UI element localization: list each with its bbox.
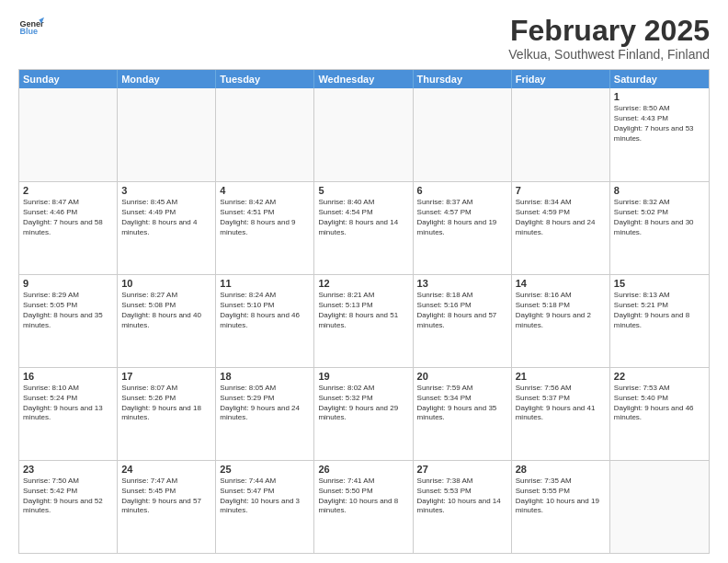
day-info: Sunrise: 8:42 AM Sunset: 4:51 PM Dayligh…: [220, 198, 310, 237]
calendar-cell: 23Sunrise: 7:50 AM Sunset: 5:42 PM Dayli…: [19, 461, 118, 553]
day-info: Sunrise: 7:59 AM Sunset: 5:34 PM Dayligh…: [417, 384, 507, 423]
day-number: 24: [121, 464, 211, 475]
calendar-cell: 18Sunrise: 8:05 AM Sunset: 5:29 PM Dayli…: [216, 368, 314, 460]
day-number: 20: [417, 371, 507, 382]
header-cell-monday: Monday: [118, 70, 216, 88]
day-number: 22: [614, 371, 705, 382]
day-number: 17: [121, 371, 211, 382]
day-info: Sunrise: 8:21 AM Sunset: 5:13 PM Dayligh…: [318, 291, 408, 330]
calendar-cell: 13Sunrise: 8:18 AM Sunset: 5:16 PM Dayli…: [414, 275, 512, 367]
day-info: Sunrise: 8:27 AM Sunset: 5:08 PM Dayligh…: [121, 291, 211, 330]
day-info: Sunrise: 7:38 AM Sunset: 5:53 PM Dayligh…: [417, 477, 507, 516]
day-number: 14: [516, 278, 606, 289]
day-info: Sunrise: 8:40 AM Sunset: 4:54 PM Dayligh…: [318, 198, 408, 237]
day-number: 23: [23, 464, 113, 475]
calendar-cell: 10Sunrise: 8:27 AM Sunset: 5:08 PM Dayli…: [118, 275, 216, 367]
day-info: Sunrise: 8:02 AM Sunset: 5:32 PM Dayligh…: [318, 384, 408, 423]
day-number: 1: [614, 91, 705, 102]
day-info: Sunrise: 8:29 AM Sunset: 5:05 PM Dayligh…: [23, 291, 113, 330]
day-number: 9: [23, 278, 113, 289]
calendar-cell: 19Sunrise: 8:02 AM Sunset: 5:32 PM Dayli…: [314, 368, 413, 460]
day-info: Sunrise: 8:50 AM Sunset: 4:43 PM Dayligh…: [614, 104, 705, 144]
calendar-cell: 17Sunrise: 8:07 AM Sunset: 5:26 PM Dayli…: [118, 368, 216, 460]
day-info: Sunrise: 8:37 AM Sunset: 4:57 PM Dayligh…: [417, 198, 507, 237]
calendar-cell: 9Sunrise: 8:29 AM Sunset: 5:05 PM Daylig…: [19, 275, 118, 367]
day-number: 7: [516, 185, 606, 196]
header-cell-thursday: Thursday: [414, 70, 512, 88]
day-info: Sunrise: 8:34 AM Sunset: 4:59 PM Dayligh…: [516, 198, 606, 237]
calendar-cell: 3Sunrise: 8:45 AM Sunset: 4:49 PM Daylig…: [118, 182, 216, 274]
calendar-cell: 1Sunrise: 8:50 AM Sunset: 4:43 PM Daylig…: [610, 88, 709, 181]
day-number: 8: [614, 185, 705, 196]
day-info: Sunrise: 7:47 AM Sunset: 5:45 PM Dayligh…: [121, 477, 211, 516]
calendar-row: 1Sunrise: 8:50 AM Sunset: 4:43 PM Daylig…: [19, 88, 709, 181]
day-info: Sunrise: 8:13 AM Sunset: 5:21 PM Dayligh…: [614, 291, 705, 330]
day-info: Sunrise: 7:53 AM Sunset: 5:40 PM Dayligh…: [614, 384, 705, 423]
day-info: Sunrise: 7:50 AM Sunset: 5:42 PM Dayligh…: [23, 477, 113, 516]
calendar-cell: 25Sunrise: 7:44 AM Sunset: 5:47 PM Dayli…: [216, 461, 314, 553]
calendar-cell: 22Sunrise: 7:53 AM Sunset: 5:40 PM Dayli…: [610, 368, 709, 460]
calendar-row: 2Sunrise: 8:47 AM Sunset: 4:46 PM Daylig…: [19, 181, 709, 274]
calendar-cell: 24Sunrise: 7:47 AM Sunset: 5:45 PM Dayli…: [118, 461, 216, 553]
day-info: Sunrise: 8:16 AM Sunset: 5:18 PM Dayligh…: [516, 291, 606, 330]
day-info: Sunrise: 8:18 AM Sunset: 5:16 PM Dayligh…: [417, 291, 507, 330]
calendar-cell: [118, 88, 216, 181]
calendar-cell: 2Sunrise: 8:47 AM Sunset: 4:46 PM Daylig…: [19, 182, 118, 274]
calendar-cell: 7Sunrise: 8:34 AM Sunset: 4:59 PM Daylig…: [512, 182, 610, 274]
calendar-row: 23Sunrise: 7:50 AM Sunset: 5:42 PM Dayli…: [19, 460, 709, 553]
day-number: 4: [220, 185, 310, 196]
day-number: 15: [614, 278, 705, 289]
calendar-cell: 15Sunrise: 8:13 AM Sunset: 5:21 PM Dayli…: [610, 275, 709, 367]
day-number: 16: [23, 371, 113, 382]
day-number: 28: [516, 464, 606, 475]
day-number: 10: [121, 278, 211, 289]
calendar-cell: [216, 88, 314, 181]
calendar-cell: 26Sunrise: 7:41 AM Sunset: 5:50 PM Dayli…: [314, 461, 413, 553]
header-cell-tuesday: Tuesday: [216, 70, 314, 88]
page: General Blue February 2025 Velkua, South…: [0, 0, 728, 563]
logo: General Blue: [18, 15, 44, 40]
day-info: Sunrise: 8:32 AM Sunset: 5:02 PM Dayligh…: [614, 198, 705, 237]
header: General Blue February 2025 Velkua, South…: [18, 15, 710, 62]
day-info: Sunrise: 7:56 AM Sunset: 5:37 PM Dayligh…: [516, 384, 606, 423]
day-number: 5: [318, 185, 408, 196]
header-cell-sunday: Sunday: [19, 70, 118, 88]
logo-icon: General Blue: [18, 15, 44, 40]
calendar-cell: [19, 88, 118, 181]
day-info: Sunrise: 8:05 AM Sunset: 5:29 PM Dayligh…: [220, 384, 310, 423]
calendar-cell: 21Sunrise: 7:56 AM Sunset: 5:37 PM Dayli…: [512, 368, 610, 460]
calendar-cell: 14Sunrise: 8:16 AM Sunset: 5:18 PM Dayli…: [512, 275, 610, 367]
day-number: 25: [220, 464, 310, 475]
calendar-body: 1Sunrise: 8:50 AM Sunset: 4:43 PM Daylig…: [19, 88, 709, 553]
calendar-cell: [414, 88, 512, 181]
title-block: February 2025 Velkua, Southwest Finland,…: [508, 15, 710, 62]
day-info: Sunrise: 8:45 AM Sunset: 4:49 PM Dayligh…: [121, 198, 211, 237]
day-number: 21: [516, 371, 606, 382]
calendar-cell: 12Sunrise: 8:21 AM Sunset: 5:13 PM Dayli…: [314, 275, 413, 367]
header-cell-saturday: Saturday: [610, 70, 709, 88]
calendar-row: 9Sunrise: 8:29 AM Sunset: 5:05 PM Daylig…: [19, 274, 709, 367]
day-number: 2: [23, 185, 113, 196]
day-number: 6: [417, 185, 507, 196]
header-cell-friday: Friday: [512, 70, 610, 88]
location-title: Velkua, Southwest Finland, Finland: [508, 47, 710, 62]
calendar-cell: 27Sunrise: 7:38 AM Sunset: 5:53 PM Dayli…: [414, 461, 512, 553]
day-number: 26: [318, 464, 408, 475]
day-number: 12: [318, 278, 408, 289]
svg-text:Blue: Blue: [19, 27, 38, 36]
calendar-cell: 5Sunrise: 8:40 AM Sunset: 4:54 PM Daylig…: [314, 182, 413, 274]
month-title: February 2025: [508, 15, 710, 47]
calendar-cell: 20Sunrise: 7:59 AM Sunset: 5:34 PM Dayli…: [414, 368, 512, 460]
day-number: 18: [220, 371, 310, 382]
day-info: Sunrise: 7:41 AM Sunset: 5:50 PM Dayligh…: [318, 477, 408, 516]
calendar-cell: 4Sunrise: 8:42 AM Sunset: 4:51 PM Daylig…: [216, 182, 314, 274]
calendar-cell: [610, 461, 709, 553]
calendar-cell: 11Sunrise: 8:24 AM Sunset: 5:10 PM Dayli…: [216, 275, 314, 367]
day-number: 19: [318, 371, 408, 382]
calendar-cell: [314, 88, 413, 181]
day-number: 11: [220, 278, 310, 289]
day-info: Sunrise: 7:44 AM Sunset: 5:47 PM Dayligh…: [220, 477, 310, 516]
day-number: 27: [417, 464, 507, 475]
calendar-cell: 28Sunrise: 7:35 AM Sunset: 5:55 PM Dayli…: [512, 461, 610, 553]
day-info: Sunrise: 8:07 AM Sunset: 5:26 PM Dayligh…: [121, 384, 211, 423]
